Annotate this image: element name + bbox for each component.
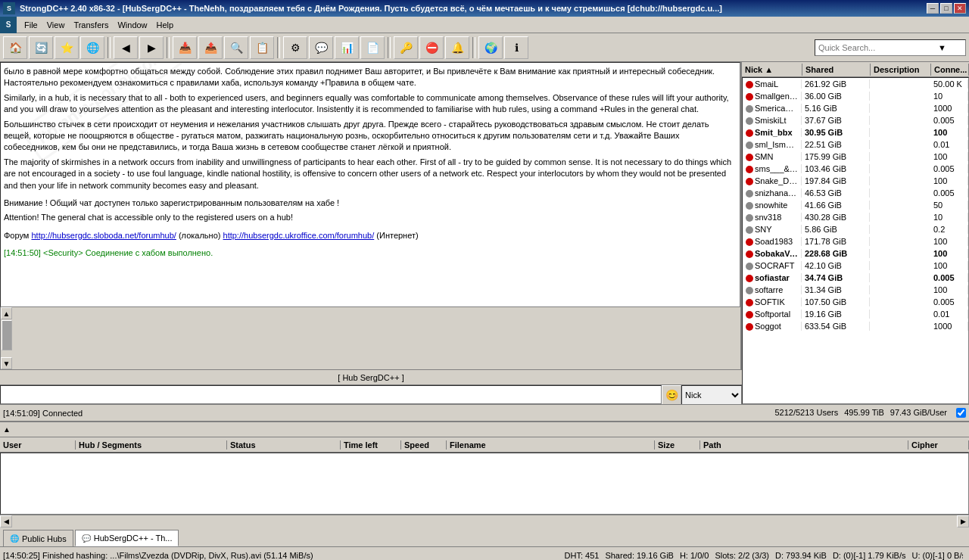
main-area: ftp.nnm-portal.com было в равной мере ко… [0, 62, 969, 527]
toolbar-btn-forward[interactable]: ▶ [139, 36, 164, 59]
toolbar-btn-stop[interactable]: ⛔ [419, 36, 444, 59]
chat-msg-2: Similarly, in a hub, it is necessary tha… [4, 92, 737, 116]
user-list-header: Nick ▲ Shared Description Conne... [742, 62, 969, 77]
user-row[interactable]: SNY 5.86 GiB 0.2 [743, 223, 968, 235]
scroll-down-arrow[interactable]: ▼ [1, 357, 12, 369]
transfer-scrollbar[interactable]: ◀ ▶ [0, 515, 969, 527]
user-row[interactable]: softarre 31.34 GiB 100 [743, 284, 968, 296]
user-row[interactable]: SmaiL 261.92 GiB 50.00 K [743, 78, 968, 90]
menu-help[interactable]: Help [152, 19, 179, 31]
user-row[interactable]: Soggot 633.54 GiB 1000 [743, 320, 968, 332]
hscroll-left[interactable]: ◀ [0, 515, 12, 527]
user-row[interactable]: SOFTIK 107.50 GiB 0.005 [743, 296, 968, 308]
col-header-nick[interactable]: Nick ▲ [742, 64, 802, 76]
transfer-col-time[interactable]: Time left [341, 440, 401, 450]
user-row[interactable]: SobakaVed86 228.68 GiB 100 [743, 247, 968, 260]
chat-scrollbar[interactable]: ▲ ▼ [0, 307, 12, 369]
user-row[interactable]: Smit_bbx 30.95 GiB 100 [743, 126, 968, 138]
user-shared: 430.28 GiB [802, 213, 870, 222]
transfer-col-status[interactable]: Status [227, 440, 341, 450]
chat-messages[interactable]: было в равной мере комфортно общаться ме… [0, 62, 740, 307]
nick-dropdown[interactable]: Nick [681, 385, 742, 404]
toolbar-btn-filelist[interactable]: 📋 [250, 36, 274, 59]
toolbar-btn-internet[interactable]: 🌍 [478, 36, 503, 59]
user-row[interactable]: Smallgeneral 36.00 GiB 10 [743, 90, 968, 102]
tab-hubsergdc-icon: 💬 [82, 534, 91, 543]
user-shared: 5.16 GiB [802, 104, 870, 113]
toolbar-btn-upload[interactable]: 📤 [198, 36, 223, 59]
bottom-stats: DHT: 451 Shared: 19.16 GiB H: 1/0/0 Slot… [565, 551, 966, 560]
menu-transfers[interactable]: Transfers [69, 19, 113, 31]
tab-public-hubs[interactable]: 🌐 Public Hubs [3, 530, 73, 546]
user-row[interactable]: SMN 175.99 GiB 100 [743, 151, 968, 163]
transfer-col-user[interactable]: User [0, 440, 76, 450]
transfer-col-hub[interactable]: Hub / Segments [76, 440, 227, 450]
user-nick: SMN [743, 152, 802, 161]
toolbar-btn-favorites[interactable]: ⭐ [55, 36, 79, 59]
restore-button[interactable]: □ [940, 3, 952, 14]
forum-link-internet[interactable]: http://hubsergdc.ukroffice.com/forumhub/ [223, 231, 375, 240]
bottom-status-bar: [14:50:25] Finished hashing: ...\Films\Z… [0, 546, 969, 560]
menu-window[interactable]: Window [113, 19, 151, 31]
minimize-button[interactable]: ─ [927, 3, 939, 14]
toolbar-btn-about[interactable]: ℹ [504, 36, 528, 59]
user-connection: 100 [930, 237, 968, 246]
scroll-thumb[interactable] [2, 320, 12, 350]
toolbar-btn-settings[interactable]: ⚙ [283, 36, 307, 59]
forum-link-local[interactable]: http://hubsergdc.sloboda.net/forumhub/ [31, 231, 176, 240]
chat-input[interactable] [0, 385, 662, 404]
col-header-shared[interactable]: Shared [802, 64, 871, 76]
transfer-col-path[interactable]: Path [700, 440, 908, 450]
chat-msg-1: было в равной мере комфортно общаться ме… [4, 66, 737, 89]
menu-file[interactable]: File [20, 19, 42, 31]
transfer-col-size[interactable]: Size [655, 440, 700, 450]
user-row[interactable]: sml_Ismsml 22.51 GiB 0.01 [743, 138, 968, 151]
transfer-collapse-arrow[interactable]: ▲ [3, 425, 11, 434]
menu-view[interactable]: View [42, 19, 70, 31]
toolbar-btn-download[interactable]: 📥 [173, 36, 197, 59]
user-row[interactable]: SOCRAFT 42.10 GiB 100 [743, 260, 968, 272]
stats-checkbox[interactable] [956, 408, 966, 418]
stats-per-user: 97.43 GiB/User [890, 408, 947, 418]
toolbar-btn-update[interactable]: 🔔 [445, 36, 469, 59]
tab-bar: 🌐 Public Hubs 💬 HubSergDC++ - Th... [0, 527, 969, 546]
user-shared: 31.34 GiB [802, 285, 870, 294]
transfer-col-speed[interactable]: Speed [401, 440, 447, 450]
user-shared: 107.50 GiB [802, 297, 870, 306]
hscroll-right[interactable]: ▶ [957, 515, 969, 527]
user-row[interactable]: snizhana_kv 46.53 GiB 0.005 [743, 187, 968, 199]
col-header-connection[interactable]: Conne... [931, 64, 969, 76]
toolbar-sep-5 [472, 37, 475, 58]
col-header-description[interactable]: Description [871, 64, 931, 76]
user-list[interactable]: SmaiL 261.92 GiB 50.00 K Smallgeneral 36… [742, 77, 969, 404]
toolbar-btn-search[interactable]: 🔍 [224, 36, 248, 59]
toolbar-btn-chat[interactable]: 💬 [309, 36, 333, 59]
scroll-up-arrow[interactable]: ▲ [1, 307, 12, 319]
user-row[interactable]: Snake_Dimon 197.84 GiB 100 [743, 175, 968, 187]
toolbar-btn-home[interactable]: 🏠 [3, 36, 27, 59]
emoji-button[interactable]: 😊 [662, 385, 681, 404]
toolbar-btn-log[interactable]: 📄 [360, 36, 385, 59]
user-row[interactable]: snv318 430.28 GiB 10 [743, 211, 968, 223]
user-row[interactable]: snowhite 41.66 GiB 50 [743, 199, 968, 211]
transfer-col-filename[interactable]: Filename [447, 440, 655, 450]
toolbar-btn-reconnect[interactable]: 🔄 [29, 36, 53, 59]
user-row[interactable]: Softportal 19.16 GiB 0.01 [743, 308, 968, 320]
toolbar-btn-hash[interactable]: 🔑 [394, 36, 418, 59]
toolbar-btn-stats[interactable]: 📊 [335, 36, 359, 59]
close-button[interactable]: ✕ [954, 3, 966, 14]
transfer-list[interactable] [0, 453, 969, 515]
quick-search-input[interactable] [815, 43, 936, 52]
toolbar-btn-back[interactable]: ◀ [114, 36, 138, 59]
user-row[interactable]: SmiskiLt 37.67 GiB 0.005 [743, 114, 968, 126]
search-dropdown-icon[interactable]: ▼ [936, 43, 948, 52]
tab-hubsergdc[interactable]: 💬 HubSergDC++ - Th... [75, 530, 179, 546]
user-row[interactable]: Smericano_f... 5.16 GiB 1000 [743, 102, 968, 114]
hscroll-track [12, 515, 957, 527]
user-row[interactable]: sofiastar 34.74 GiB 0.005 [743, 272, 968, 284]
user-status-icon [746, 226, 753, 234]
user-row[interactable]: Soad1983 171.78 GiB 100 [743, 235, 968, 247]
transfer-col-cipher[interactable]: Cipher [908, 440, 969, 450]
user-row[interactable]: sms___&&... 103.46 GiB 0.005 [743, 163, 968, 175]
toolbar-btn-public-hubs[interactable]: 🌐 [80, 36, 104, 59]
